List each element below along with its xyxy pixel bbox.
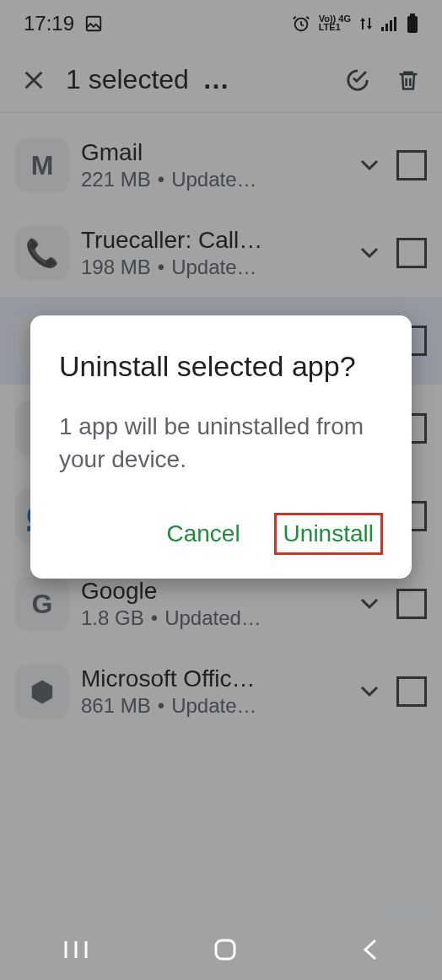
recents-icon: [62, 938, 90, 961]
dialog-body: 1 app will be uninstalled from your devi…: [59, 410, 383, 476]
uninstall-button[interactable]: Uninstall: [283, 520, 374, 547]
watermark: wsxdn.com: [378, 902, 437, 916]
uninstall-dialog: Uninstall selected app? 1 app will be un…: [30, 315, 412, 579]
dialog-title: Uninstall selected app?: [59, 347, 383, 386]
screen: 17:19 Vo)) 4G LTE1 1 selected …: [0, 0, 442, 980]
back-button[interactable]: [360, 937, 380, 962]
highlight-annotation: Uninstall: [274, 513, 383, 555]
system-nav-bar: [0, 919, 442, 980]
svg-rect-8: [216, 940, 234, 959]
back-icon: [360, 937, 380, 962]
recents-button[interactable]: [62, 938, 90, 961]
dialog-actions: Cancel Uninstall: [59, 513, 383, 555]
home-icon: [213, 937, 238, 962]
home-button[interactable]: [213, 937, 238, 962]
cancel-button[interactable]: Cancel: [158, 514, 248, 554]
